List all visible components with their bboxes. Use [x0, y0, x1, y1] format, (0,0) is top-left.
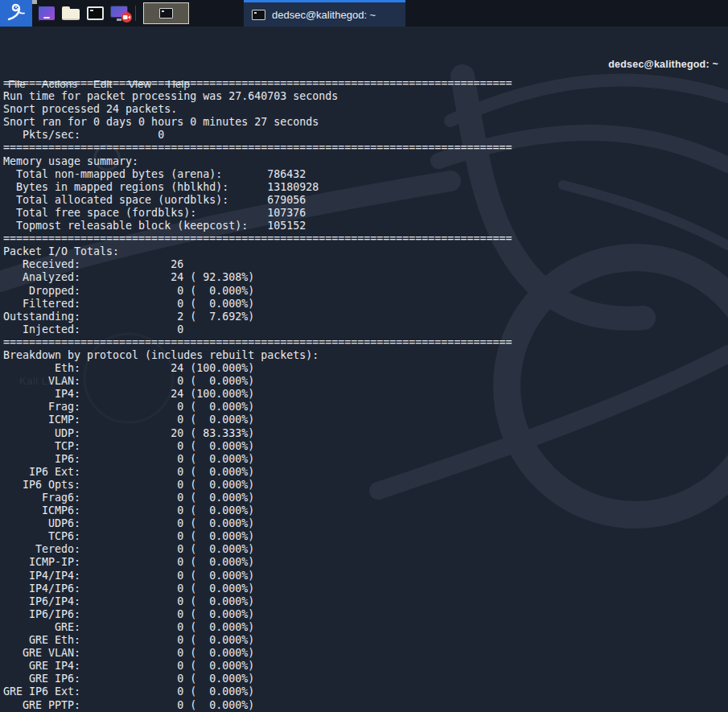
window-title: dedsec@kalithegod: ~ — [608, 59, 718, 70]
menu-view[interactable]: View — [128, 78, 151, 90]
terminal-menubar: File Actions Edit View Help — [8, 78, 190, 90]
kali-dragon-icon — [6, 2, 27, 26]
screen-recorder-launcher[interactable] — [109, 0, 131, 27]
task-button-active-terminal[interactable]: dedsec@kalithegod: ~ — [244, 0, 405, 27]
menu-edit[interactable]: Edit — [93, 78, 112, 90]
menu-help[interactable]: Help — [167, 78, 190, 90]
terminal-icon — [252, 10, 265, 20]
window-button-inactive[interactable] — [143, 2, 189, 24]
record-badge-icon — [121, 12, 132, 23]
desktop-screen: Kali Linux — [0, 0, 728, 712]
terminal-output-text: ========================================… — [3, 77, 512, 712]
screen-recorder-icon — [110, 6, 130, 21]
panel-separator — [135, 6, 136, 21]
terminal-window[interactable]: dedsec@kalithegod: ~ File Actions Edit V… — [0, 27, 728, 712]
terminal-launcher[interactable] — [84, 0, 105, 27]
kali-app-menu-button[interactable] — [0, 0, 32, 27]
file-manager-folder-icon — [62, 6, 80, 20]
menu-file[interactable]: File — [8, 78, 26, 90]
workspace-switcher-button[interactable] — [36, 0, 57, 27]
menu-actions[interactable]: Actions — [42, 78, 77, 90]
taskbar-panel: dedsec@kalithegod: ~ — [0, 0, 728, 27]
terminal-icon — [87, 6, 104, 20]
task-button-label: dedsec@kalithegod: ~ — [272, 9, 376, 21]
terminal-icon — [159, 8, 173, 19]
workspace-display-icon — [39, 6, 55, 20]
file-manager-launcher[interactable] — [60, 0, 81, 27]
